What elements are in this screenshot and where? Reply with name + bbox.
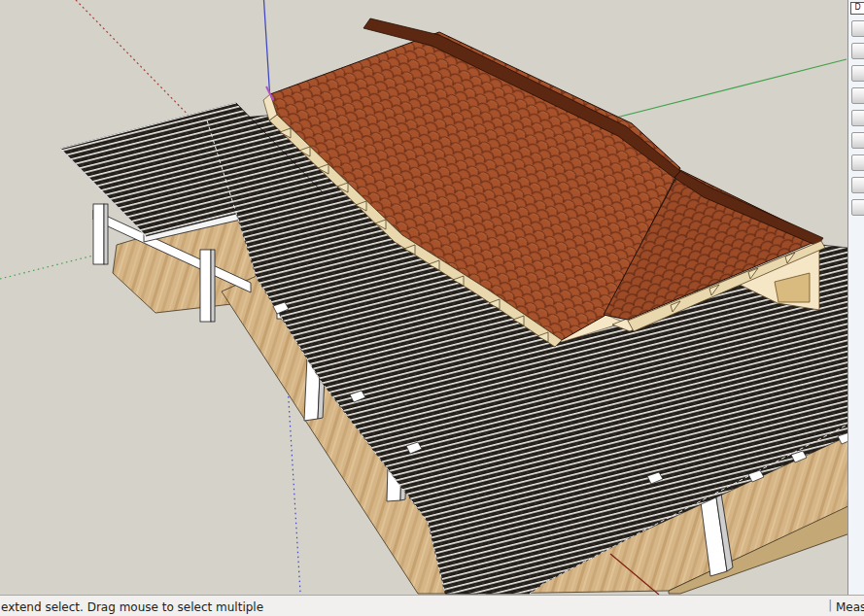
support-post-side[interactable] (104, 204, 108, 264)
tray-button[interactable] (851, 43, 864, 59)
3d-viewport[interactable] (0, 0, 847, 595)
tray-button[interactable] (851, 20, 864, 37)
status-separator: | (828, 598, 832, 612)
tray-button[interactable] (851, 132, 864, 149)
tray-header: D (850, 2, 864, 15)
tray-button[interactable] (851, 110, 864, 126)
support-post[interactable] (200, 250, 211, 322)
support-post-side[interactable] (211, 250, 215, 322)
right-tray-panel: D (847, 0, 864, 595)
measurements-label: Meas (836, 600, 864, 614)
tray-button[interactable] (851, 87, 864, 104)
status-bar: extend select. Drag mouse to select mult… (0, 595, 864, 616)
support-post[interactable] (93, 204, 104, 264)
status-message: extend select. Drag mouse to select mult… (1, 600, 263, 614)
tray-button[interactable] (851, 177, 864, 193)
sketchup-window: D extend select. Drag mouse to select mu… (0, 0, 864, 616)
tray-button[interactable] (851, 199, 864, 216)
tray-button[interactable] (851, 154, 864, 171)
tray-button[interactable] (851, 65, 864, 82)
